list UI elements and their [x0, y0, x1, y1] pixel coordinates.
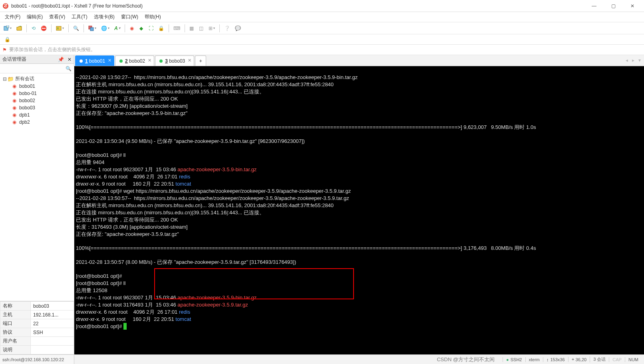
separator	[219, 24, 220, 32]
session-icon: ◉	[11, 83, 18, 89]
tree-item-label: bobo01	[19, 83, 35, 89]
flag-icon: ⚑	[2, 47, 7, 53]
prop-val	[31, 346, 74, 354]
layout2-button[interactable]: ◫	[197, 24, 206, 33]
session-icon: ◉	[11, 90, 18, 97]
prop-val: SSH	[31, 328, 74, 337]
terminal[interactable]: --2021-02-28 13:50:27-- https://mirrors.…	[74, 66, 644, 354]
menu-tools[interactable]: 工具(T)	[68, 12, 90, 22]
tab-bobo02[interactable]: 2 bobo02 ✕	[115, 55, 154, 66]
maximize-button[interactable]: ▢	[604, 0, 622, 12]
minimize-button[interactable]: —	[585, 0, 603, 12]
tab-close-icon[interactable]: ✕	[108, 58, 111, 63]
term-line: -rw-r--r--. 1 root root 3176493 1月 15 03…	[76, 302, 177, 308]
twisty-icon[interactable]: ⊟	[2, 76, 7, 82]
search-icon: 🔍	[66, 66, 72, 71]
tree-item[interactable]: ◉bobo-01	[2, 90, 72, 97]
status-dot-icon	[80, 59, 83, 63]
menu-view[interactable]: 查看(V)	[46, 12, 68, 22]
fullscreen-button[interactable]: ⛶	[147, 24, 155, 33]
term-line: drwxr-xr-x. 9 root root 160 2月 22 20:51	[76, 316, 175, 322]
menu-edit[interactable]: 编辑(E)	[24, 12, 46, 22]
chat-button[interactable]: 💬	[233, 24, 243, 33]
layout3-button[interactable]: ⊞	[207, 24, 217, 33]
tree-item-label: bobo02	[19, 98, 35, 103]
tree-item[interactable]: ◉bobo03	[2, 104, 72, 111]
menu-help[interactable]: 帮助(H)	[141, 12, 164, 22]
open-session-button[interactable]: +	[14, 24, 24, 33]
term-dir: redis	[179, 309, 190, 315]
prop-val: 22	[31, 319, 74, 328]
reconnect-button[interactable]: ⟲	[29, 24, 38, 33]
term-line: --2021-02-28 13:50:57-- https://mirrors.…	[76, 195, 349, 201]
prop-key: 端口	[0, 319, 31, 328]
tip-bar: ⚑ 要添加当前会话，点击左侧的箭头按钮。	[0, 45, 644, 55]
panel-tools: 📌 ✕	[56, 57, 72, 62]
statusbar: CSDN @方寸之间不太闲 ●SSH2 xterm ↕153x36 ⌖36,20…	[74, 354, 644, 364]
term-line: 总用量 12508	[76, 287, 107, 293]
prop-val: 192.168.1...	[31, 311, 74, 319]
tab-num: 1	[85, 58, 88, 64]
globe-button[interactable]: 🌐	[99, 24, 111, 33]
copy-button[interactable]	[86, 24, 98, 33]
status-dot-icon	[119, 59, 123, 63]
term-file: apache-zookeeper-3.5.9-bin.tar.gz	[177, 166, 256, 172]
tab-bobo03[interactable]: 3 bobo03 ✕	[155, 55, 194, 66]
separator	[68, 24, 69, 32]
transfer-button[interactable]	[54, 24, 66, 33]
titlebar: bobo01 - root@bobo01:/opt - Xshell 7 (Fr…	[0, 0, 644, 12]
session-search[interactable]: 🔍	[0, 64, 74, 73]
address-input[interactable]	[15, 36, 642, 42]
term-line: [root@bobo01 opt]#	[76, 273, 122, 279]
separator	[83, 24, 84, 32]
find-button[interactable]: 🔍	[71, 24, 81, 33]
term-line: 正在解析主机 mirrors.bfsu.edu.cn (mirrors.bfsu…	[76, 202, 334, 208]
prop-key: 协议	[0, 328, 31, 337]
menubar: 文件(F) 编辑(E) 查看(V) 工具(T) 选项卡(B) 窗口(W) 帮助(…	[0, 12, 644, 22]
term-dir: tomcat	[175, 181, 191, 187]
menu-file[interactable]: 文件(F)	[2, 12, 24, 22]
help-button[interactable]: ❔	[222, 24, 232, 33]
tab-bobo01[interactable]: 1 bobo01 ✕	[75, 55, 114, 66]
cursor-icon	[123, 323, 127, 330]
disconnect-button[interactable]: ⛔	[39, 24, 49, 33]
status-size: ↕153x36	[543, 357, 568, 362]
led-icon: ●	[506, 357, 509, 362]
layout1-button[interactable]: ▦	[187, 24, 196, 33]
session-icon: ◉	[11, 97, 18, 104]
body: 会话管理器 📌 ✕ 🔍 ⊟ 📁 所有会话 ◉bobo01 ◉bobo-01 ◉b…	[0, 55, 644, 364]
term-line: 2021-02-28 13:50:57 (8.00 MB/s) - 已保存 "a…	[76, 259, 296, 265]
menu-tabs[interactable]: 选项卡(B)	[91, 12, 118, 22]
tab-next-icon[interactable]: ▸	[630, 57, 636, 64]
tab-prev-icon[interactable]: ◂	[624, 57, 630, 64]
tab-list-icon[interactable]: ▾	[637, 57, 642, 64]
xftp-button[interactable]: ◆	[137, 24, 146, 33]
term-line: 100%[===================================…	[76, 245, 536, 251]
tab-close-icon[interactable]: ✕	[148, 58, 151, 63]
tabstrip: 1 bobo01 ✕ 2 bobo02 ✕ 3 bobo03 ✕ + ◂ ▸ ▾	[74, 55, 644, 66]
tree-item[interactable]: ◉bobo01	[2, 83, 72, 90]
menu-window[interactable]: 窗口(W)	[118, 12, 141, 22]
close-button[interactable]: ✕	[623, 0, 642, 12]
app-icon	[2, 3, 9, 9]
font-button[interactable]: A	[112, 24, 122, 33]
left-status: ssh://root@192.168.100.120:22	[0, 354, 74, 364]
term-line: -rw-r--r--. 1 root root 9623007 1月 15 03…	[76, 295, 177, 301]
tab-close-icon[interactable]: ✕	[188, 58, 191, 63]
new-session-button[interactable]: +	[2, 24, 14, 33]
tree-item-label: bobo-01	[19, 91, 37, 96]
tree-item[interactable]: ◉dpb2	[2, 119, 72, 126]
tab-add-button[interactable]: +	[195, 55, 206, 66]
keyboard-button[interactable]: ⌨	[171, 24, 182, 33]
tree-item[interactable]: ◉bobo02	[2, 97, 72, 104]
lock-button[interactable]: 🔒	[156, 24, 166, 33]
panel-close-icon[interactable]: ✕	[68, 57, 72, 62]
tab-label: bobo01	[89, 58, 105, 64]
term-line: [root@bobo01 opt]# ll	[76, 152, 126, 158]
tree-root[interactable]: ⊟ 📁 所有会话	[2, 75, 72, 83]
tree-item[interactable]: ◉dpb1	[2, 111, 72, 119]
pin-icon[interactable]: 📌	[58, 57, 64, 62]
term-line: drwxrwxr-x. 6 root root 4096 2月 26 17:01	[76, 309, 179, 315]
swirl-button[interactable]: ◉	[127, 24, 136, 33]
term-dir: redis	[179, 174, 190, 180]
